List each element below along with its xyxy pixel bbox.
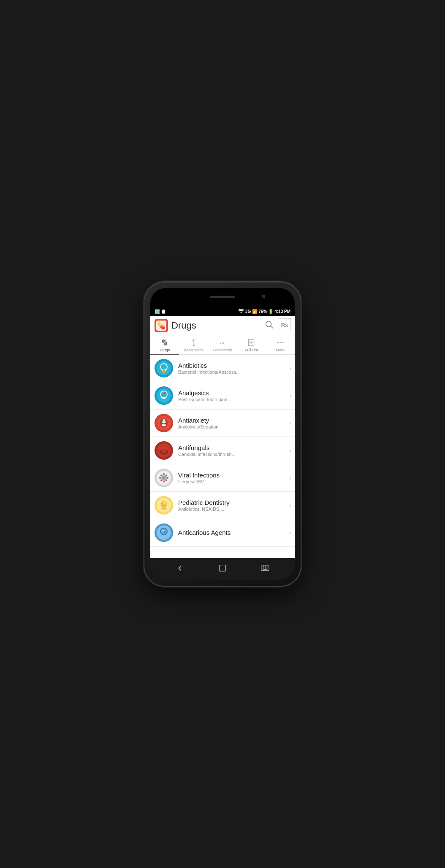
- home-button[interactable]: [218, 563, 227, 575]
- analgesics-name: Analgesics: [178, 389, 289, 396]
- tab-drugs-label: Drugs: [160, 348, 170, 352]
- antifungals-icon: [155, 441, 173, 460]
- svg-point-19: [277, 342, 278, 343]
- antifungals-name: Antifungals: [178, 444, 289, 451]
- tab-more[interactable]: More: [266, 335, 295, 354]
- svg-point-45: [159, 477, 161, 479]
- more-tab-icon: [276, 338, 285, 347]
- anticarious-info: Anticarious Agents: [178, 529, 289, 536]
- anticarious-icon: [155, 523, 173, 542]
- speaker: [210, 296, 235, 298]
- antianxiety-icon: [155, 414, 173, 432]
- svg-point-46: [167, 477, 168, 479]
- pediatric-info: Pediatric Dentistry Antibiotics, NSAIDS,…: [178, 499, 289, 512]
- phone-inner: 🖼️ 📋 3G 📶 76% 🔋 4:13 PM: [150, 288, 295, 580]
- back-button[interactable]: [175, 563, 185, 575]
- txprotocols-tab-icon: Tx: [218, 338, 227, 347]
- svg-point-24: [161, 364, 167, 370]
- anesthetics-tab-icon: [190, 338, 198, 347]
- tab-anesthetics[interactable]: Anesthetics: [179, 335, 208, 354]
- svg-point-42: [162, 476, 166, 480]
- svg-point-62: [164, 532, 166, 533]
- tab-drugs[interactable]: Drugs: [150, 335, 179, 355]
- svg-point-21: [282, 342, 283, 343]
- pediatric-icon: [155, 496, 173, 515]
- analgesics-icon: [155, 386, 173, 405]
- list-item[interactable]: Analgesics Post-op pain, tooth pain... ›: [150, 382, 295, 410]
- tab-anesthetics-label: Anesthetics: [184, 348, 204, 352]
- antifungals-chevron: ›: [289, 447, 291, 454]
- anticarious-name: Anticarious Agents: [178, 529, 289, 536]
- antibiotics-chevron: ›: [289, 365, 291, 372]
- status-left: 🖼️ 📋: [155, 309, 166, 314]
- viral-info: Viral Infections Herpes/HSV...: [178, 472, 289, 484]
- antianxiety-name: Antianxiety: [178, 417, 289, 424]
- battery-icon: 🔋: [268, 309, 273, 314]
- tab-fulllist-label: Full List: [245, 348, 258, 352]
- antibiotics-subtitle: Bacterial infections/Abscess...: [178, 369, 289, 375]
- svg-text:Tx: Tx: [220, 340, 225, 345]
- svg-rect-63: [220, 565, 226, 571]
- fulllist-tab-icon: [247, 338, 255, 347]
- camera: [262, 295, 265, 298]
- svg-point-49: [160, 480, 162, 481]
- list-item[interactable]: Antianxiety Anxiolysis/Sedation ›: [150, 410, 295, 437]
- tab-more-label: More: [276, 348, 285, 352]
- recents-button[interactable]: [260, 563, 270, 575]
- screen: 🖼️ 📋 3G 📶 76% 🔋 4:13 PM: [150, 307, 295, 558]
- viral-subtitle: Herpes/HSV...: [178, 479, 289, 484]
- viral-chevron: ›: [289, 474, 291, 481]
- list-item[interactable]: Pediatric Dentistry Antibiotics, NSAIDS,…: [150, 492, 295, 519]
- tab-bar: Drugs Anesthetics Tx: [150, 335, 295, 355]
- antifungals-info: Antifungals Candidal infections/thrush..…: [178, 444, 289, 457]
- search-button[interactable]: [264, 320, 274, 331]
- list-item[interactable]: + Antibiotics Bacterial infections/Absce…: [150, 355, 295, 382]
- list-item[interactable]: Antifungals Candidal infections/thrush..…: [150, 437, 295, 464]
- antibiotics-name: Antibiotics: [178, 362, 289, 369]
- svg-point-56: [165, 503, 166, 504]
- bottom-nav: [150, 558, 295, 580]
- status-right: 3G 📶 76% 🔋 4:13 PM: [238, 309, 290, 314]
- svg-text:Rx: Rx: [281, 322, 288, 328]
- svg-point-50: [166, 480, 167, 481]
- svg-point-47: [160, 474, 162, 476]
- svg-point-57: [161, 507, 166, 510]
- svg-text:+: +: [163, 370, 165, 373]
- status-bar: 🖼️ 📋 3G 📶 76% 🔋 4:13 PM: [150, 307, 295, 316]
- phone-device: 🖼️ 📋 3G 📶 76% 🔋 4:13 PM: [144, 282, 301, 586]
- analgesics-subtitle: Post-op pain, tooth pain...: [178, 397, 289, 402]
- drug-list: + Antibiotics Bacterial infections/Absce…: [150, 355, 295, 558]
- app-logo: 💊: [155, 319, 168, 332]
- signal-icon: 📶: [252, 309, 257, 314]
- rx-button[interactable]: Rx: [279, 318, 290, 332]
- anticarious-chevron: ›: [289, 529, 291, 536]
- svg-point-52: [160, 501, 167, 507]
- antianxiety-info: Antianxiety Anxiolysis/Sedation: [178, 417, 289, 429]
- svg-point-0: [240, 312, 241, 313]
- time-label: 4:13 PM: [274, 309, 290, 314]
- pediatric-subtitle: Antibiotics, NSAIDS,...: [178, 507, 289, 512]
- svg-point-48: [166, 474, 167, 476]
- antibiotics-icon: +: [155, 359, 173, 377]
- analgesics-info: Analgesics Post-op pain, tooth pain...: [178, 389, 289, 402]
- list-item[interactable]: Anticarious Agents ›: [150, 519, 295, 547]
- svg-point-43: [163, 473, 165, 475]
- svg-point-20: [279, 342, 281, 343]
- list-item[interactable]: Viral Infections Herpes/HSV... ›: [150, 464, 295, 492]
- svg-point-13: [193, 345, 194, 346]
- antianxiety-subtitle: Anxiolysis/Sedation: [178, 424, 289, 429]
- pediatric-name: Pediatric Dentistry: [178, 499, 289, 506]
- app-title: Drugs: [171, 320, 259, 331]
- svg-point-61: [162, 530, 164, 531]
- notification-icons: 🖼️ 📋: [155, 309, 166, 314]
- tab-fulllist[interactable]: Full List: [237, 335, 266, 354]
- tab-txprotocols-label: TxProtocols: [212, 348, 233, 352]
- svg-point-4: [266, 321, 271, 327]
- battery-label: 76%: [258, 309, 267, 314]
- tab-txprotocols[interactable]: Tx TxProtocols: [208, 335, 237, 354]
- svg-point-36: [165, 421, 166, 422]
- svg-point-55: [162, 503, 163, 504]
- viral-name: Viral Infections: [178, 472, 289, 479]
- svg-point-44: [163, 481, 165, 483]
- viral-icon: [155, 469, 173, 487]
